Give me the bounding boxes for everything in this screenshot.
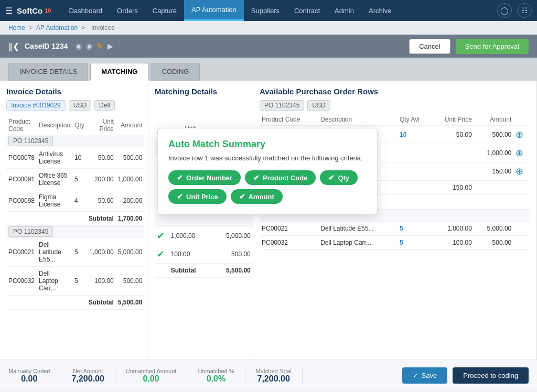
stat-net-amount: Net Amount 7,200.00 bbox=[61, 368, 115, 384]
subtotal-row-1: Subtotal 1,700.00 bbox=[6, 212, 144, 226]
stat-value-matched-total: 7,200.00 bbox=[256, 374, 292, 384]
nav-suppliers[interactable]: Suppliers bbox=[244, 0, 287, 21]
table-row: PC00098 Figma License 4 50.00 200.00 bbox=[6, 190, 144, 212]
case-first-btn[interactable]: ‖❮ bbox=[8, 41, 19, 51]
stat-label-matched-total: Matched Total bbox=[256, 368, 292, 374]
stat-unmatched-pct: Unmatched % 0.0% bbox=[187, 368, 245, 384]
nav-archive[interactable]: Archive bbox=[361, 0, 399, 21]
row-desc: Figma License bbox=[37, 190, 72, 212]
grid-icon[interactable]: ☷ bbox=[517, 3, 532, 18]
available-po-title: Available Purchase Order Rows bbox=[260, 87, 530, 96]
match-subtotal-row: Subtotal 5,500.00 bbox=[155, 264, 253, 278]
row-code: PC00098 bbox=[6, 190, 37, 212]
breadcrumb: Home > AP Automation > Invoices bbox=[0, 21, 537, 35]
col-qty: Qty bbox=[72, 116, 87, 135]
tabs: INVOICE DETAILS MATCHING CODING bbox=[0, 58, 537, 81]
table-row: PC00078 Antivirus License 10 50.00 500.0… bbox=[6, 147, 144, 169]
po1-label: PO 1102345 bbox=[8, 136, 53, 146]
checkmark-icon: ✓ bbox=[413, 372, 418, 379]
nav-capture[interactable]: Capture bbox=[145, 0, 184, 21]
nav-contract[interactable]: Contract bbox=[287, 0, 327, 21]
message-icon[interactable]: ▶ bbox=[108, 42, 113, 50]
subtotal-row-2: Subtotal 5,500.00 bbox=[6, 296, 144, 310]
stat-manually-coded: Manually Coded 0.00 bbox=[8, 368, 61, 384]
invoice-number: #0019029 bbox=[33, 102, 60, 109]
row-code: PC00021 bbox=[6, 238, 37, 267]
row-amount: 1,000.00 bbox=[116, 169, 145, 190]
row-unit: 100.00 bbox=[87, 267, 116, 296]
nav-orders[interactable]: Orders bbox=[110, 0, 145, 21]
badge-unit-price: ✔ Unit Price bbox=[168, 189, 227, 204]
nav-dashboard[interactable]: Dashboard bbox=[61, 0, 110, 21]
stat-label-unmatched-amount: Unmatched Amount bbox=[126, 368, 177, 374]
table-row: PC00091 Office 365 License 5 200.00 1,00… bbox=[6, 169, 144, 190]
add-row-icon[interactable]: ⊕ bbox=[515, 129, 523, 140]
add-row-icon[interactable]: ⊕ bbox=[515, 148, 523, 158]
badge-amount: ✔ Amount bbox=[231, 189, 283, 204]
footer-actions: ✓ Save Proceed to coding bbox=[402, 367, 529, 384]
col-amount: Amount bbox=[116, 116, 145, 135]
proceed-button[interactable]: Proceed to coding bbox=[453, 367, 529, 384]
user-icon[interactable]: ◯ bbox=[497, 3, 512, 18]
apo-col-amount: Amount bbox=[474, 114, 513, 126]
stat-matched-total: Matched Total 7,200.00 bbox=[245, 368, 303, 384]
po2-header-row: PO 1102345 bbox=[6, 226, 144, 238]
badge-order-number: ✔ Order Number bbox=[168, 170, 241, 185]
match-subtotal-value: 5,500.00 bbox=[198, 264, 253, 278]
send-approval-button[interactable]: Send for Approval bbox=[456, 39, 529, 54]
apo-row: PC00021 Dell Latitude E55... 5 1,000.00 … bbox=[260, 222, 530, 236]
nav-admin[interactable]: Admin bbox=[327, 0, 361, 21]
nav-ap-automation[interactable]: AP Automation bbox=[184, 0, 244, 21]
invoice-badge-row: Invoice #0019029 USD Dell bbox=[6, 100, 142, 111]
currency-badge: USD bbox=[69, 100, 91, 111]
available-po-badge-row: PO 1102345 USD bbox=[260, 100, 530, 111]
popup-badges: ✔ Order Number ✔ Product Code ✔ Qty ✔ Un… bbox=[168, 170, 367, 204]
at-icon[interactable]: ◉ bbox=[86, 42, 92, 50]
row-unit: 50.00 bbox=[87, 190, 116, 212]
auto-match-popup: Auto Match Summary Invoice row 1 was suc… bbox=[157, 128, 378, 215]
badge-product-code: ✔ Product Code bbox=[245, 170, 316, 185]
breadcrumb-ap[interactable]: AP Automation bbox=[36, 24, 78, 31]
row-code: PC00032 bbox=[6, 267, 37, 296]
po1-header-row: PO 1102345 bbox=[6, 135, 144, 147]
row-desc: Office 365 License bbox=[37, 169, 72, 190]
tab-coding[interactable]: CODING bbox=[151, 63, 200, 81]
subtotal-value-2: 5,500.00 bbox=[116, 296, 145, 310]
app-logo: SoftCo10 bbox=[17, 6, 51, 15]
row-qty: 10 bbox=[72, 147, 87, 169]
row-desc: Dell Latitude E55... bbox=[37, 238, 72, 267]
badge-qty: ✔ Qty bbox=[320, 170, 358, 185]
apo-col-desc: Description bbox=[318, 114, 398, 126]
col-unit-price: Unit Price bbox=[87, 116, 116, 135]
row-amount: 200.00 bbox=[116, 190, 145, 212]
tab-invoice-details[interactable]: INVOICE DETAILS bbox=[8, 63, 88, 81]
row-unit: 200.00 bbox=[87, 169, 116, 190]
hamburger-icon[interactable]: ☰ bbox=[5, 6, 13, 16]
cancel-button[interactable]: Cancel bbox=[409, 39, 450, 54]
eye-icon[interactable]: ◉ bbox=[76, 42, 82, 50]
col-product-code: Product Code bbox=[6, 116, 37, 135]
popup-text: Invoice row 1 was successfully matched o… bbox=[168, 154, 367, 162]
save-button[interactable]: ✓ Save bbox=[402, 367, 448, 384]
nav-links: Dashboard Orders Capture AP Automation S… bbox=[61, 0, 497, 21]
footer: Manually Coded 0.00 Net Amount 7,200.00 … bbox=[0, 360, 537, 391]
check-icon: ✔ bbox=[177, 192, 183, 201]
edit-icon[interactable]: ✎ bbox=[96, 41, 103, 51]
subtotal-label-1: Subtotal bbox=[87, 212, 116, 226]
supplier-badge: Dell bbox=[94, 100, 115, 111]
popup-title: Auto Match Summary bbox=[168, 139, 367, 150]
invoice-details-title: Invoice Details bbox=[6, 87, 142, 96]
row-code: PC00078 bbox=[6, 147, 37, 169]
row-unit: 50.00 bbox=[87, 147, 116, 169]
match-row: ✔ 100.00 500.00 bbox=[155, 245, 253, 264]
row-amount: 500.00 bbox=[116, 267, 145, 296]
breadcrumb-home[interactable]: Home bbox=[8, 24, 25, 31]
matching-details-title: Matching Details bbox=[155, 87, 246, 96]
tab-matching[interactable]: MATCHING bbox=[90, 63, 148, 81]
row-qty: 5 bbox=[72, 169, 87, 190]
check-icon: ✔ bbox=[177, 173, 183, 182]
add-row-icon[interactable]: ⊕ bbox=[515, 166, 523, 177]
apo-col-unit: Unit Price bbox=[431, 114, 474, 126]
match-row: ✔ 1,000.00 5,000.00 bbox=[155, 227, 253, 245]
stat-label-unmatched-pct: Unmatched % bbox=[198, 368, 234, 374]
